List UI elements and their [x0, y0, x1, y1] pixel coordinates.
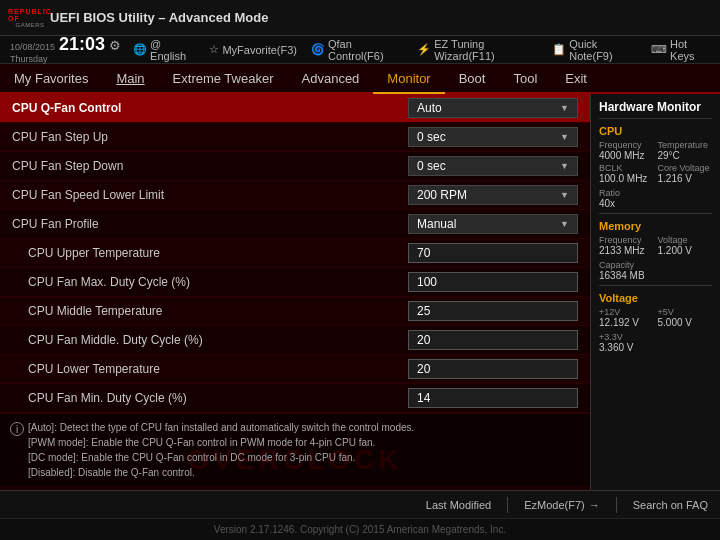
hw-cpu-grid: Frequency 4000 MHz Temperature 29°C BCLK… [599, 140, 712, 184]
input-upper-temp[interactable]: 70 [408, 243, 578, 263]
input-middle-duty[interactable]: 20 [408, 330, 578, 350]
quicknote-icon-item[interactable]: 📋 Quick Note(F9) [552, 38, 637, 62]
time-display: 21:03 [59, 34, 105, 55]
hotkeys-icon-item[interactable]: ⌨ Hot Keys [651, 38, 710, 62]
row-fan-step-up: CPU Fan Step Up 0 sec [0, 123, 590, 152]
hw-monitor-panel: Hardware Monitor CPU Frequency 4000 MHz … [590, 94, 720, 490]
left-panel: CPU Q-Fan Control Auto CPU Fan Step Up 0… [0, 94, 590, 490]
row-fan-step-down: CPU Fan Step Down 0 sec [0, 152, 590, 181]
row-max-duty: CPU Fan Max. Duty Cycle (%) 100 [0, 268, 590, 297]
hw-voltage-grid: +12V 12.192 V +5V 5.000 V [599, 307, 712, 328]
nav-advanced[interactable]: Advanced [288, 64, 374, 92]
bios-title: UEFI BIOS Utility – Advanced Mode [50, 10, 710, 25]
row-lower-temp: CPU Lower Temperature 20 [0, 355, 590, 384]
hw-memory-category: Memory [599, 220, 712, 232]
row-middle-duty: CPU Fan Middle. Duty Cycle (%) 20 [0, 326, 590, 355]
last-modified-btn[interactable]: Last Modified [426, 499, 491, 511]
bottom-bar: Last Modified EzMode(F7) → Search on FAQ [0, 490, 720, 518]
nav-monitor[interactable]: Monitor [373, 64, 444, 94]
dropdown-fan-profile[interactable]: Manual [408, 214, 578, 234]
nav-main[interactable]: Main [102, 64, 158, 92]
row-middle-temp: CPU Middle Temperature 25 [0, 297, 590, 326]
settings-icon[interactable]: ⚙ [109, 38, 121, 53]
info-icon: i [10, 422, 24, 436]
globe-icon: 🌐 [133, 43, 147, 56]
date-display: 10/08/2015 Thursday [10, 42, 55, 65]
hw-cpu-category: CPU [599, 125, 712, 137]
quick-access-bar: 🌐 @ English ☆ MyFavorite(F3) 🌀 Qfan Cont… [133, 38, 710, 62]
fan-icon: 🌀 [311, 43, 325, 56]
dropdown-fan-lower-limit[interactable]: 200 RPM [408, 185, 578, 205]
nav-favorites[interactable]: My Favorites [0, 64, 102, 92]
note-icon: 📋 [552, 43, 566, 56]
time-bar: 10/08/2015 Thursday 21:03 ⚙ 🌐 @ English … [0, 36, 720, 64]
footer-text: Version 2.17.1246. Copyright (C) 2015 Am… [214, 524, 506, 535]
info-line-4: [Disabled]: Disable the Q-Fan control. [28, 465, 580, 480]
dropdown-fan-step-down[interactable]: 0 sec [408, 156, 578, 176]
eztuning-icon-item[interactable]: ⚡ EZ Tuning Wizard(F11) [417, 38, 538, 62]
section-header-label: CPU Q-Fan Control [12, 101, 408, 115]
main-layout: CPU Q-Fan Control Auto CPU Fan Step Up 0… [0, 94, 720, 490]
info-box: i [Auto]: Detect the type of CPU fan ins… [0, 413, 590, 486]
nav-tool[interactable]: Tool [499, 64, 551, 92]
qfan-icon-item[interactable]: 🌀 Qfan Control(F6) [311, 38, 403, 62]
bottom-divider-1 [507, 497, 508, 513]
row-upper-temp: CPU Upper Temperature 70 [0, 239, 590, 268]
row-min-duty: CPU Fan Min. Duty Cycle (%) 14 [0, 384, 590, 413]
input-middle-temp[interactable]: 25 [408, 301, 578, 321]
section-header-dropdown[interactable]: Auto [408, 98, 578, 118]
ez-icon: ⚡ [417, 43, 431, 56]
rog-logo: REPUBLIC OF GAMERS [10, 4, 50, 32]
dropdown-fan-step-up[interactable]: 0 sec [408, 127, 578, 147]
hw-memory-grid: Frequency 2133 MHz Voltage 1.200 V [599, 235, 712, 256]
bottom-divider-2 [616, 497, 617, 513]
ez-arrow-icon: → [589, 499, 600, 511]
english-icon-item[interactable]: 🌐 @ English [133, 38, 195, 62]
nav-exit[interactable]: Exit [551, 64, 601, 92]
info-line-3: [DC mode]: Enable the CPU Q-Fan control … [28, 450, 580, 465]
title-bar: REPUBLIC OF GAMERS UEFI BIOS Utility – A… [0, 0, 720, 36]
input-max-duty[interactable]: 100 [408, 272, 578, 292]
info-line-2: [PWM mode]: Enable the CPU Q-Fan control… [28, 435, 580, 450]
nav-bar: My Favorites Main Extreme Tweaker Advanc… [0, 64, 720, 94]
info-line-1: [Auto]: Detect the type of CPU fan insta… [28, 420, 580, 435]
star-icon: ☆ [209, 43, 219, 56]
ez-mode-btn[interactable]: EzMode(F7) → [524, 499, 600, 511]
search-faq-btn[interactable]: Search on FAQ [633, 499, 708, 511]
footer: Version 2.17.1246. Copyright (C) 2015 Am… [0, 518, 720, 540]
myfavorite-icon-item[interactable]: ☆ MyFavorite(F3) [209, 43, 297, 56]
input-min-duty[interactable]: 14 [408, 388, 578, 408]
hw-monitor-title: Hardware Monitor [599, 100, 712, 114]
hw-voltage-category: Voltage [599, 292, 712, 304]
section-header-row[interactable]: CPU Q-Fan Control Auto [0, 94, 590, 123]
nav-extreme[interactable]: Extreme Tweaker [159, 64, 288, 92]
nav-boot[interactable]: Boot [445, 64, 500, 92]
row-fan-lower-limit: CPU Fan Speed Lower Limit 200 RPM [0, 181, 590, 210]
row-fan-profile: CPU Fan Profile Manual [0, 210, 590, 239]
input-lower-temp[interactable]: 20 [408, 359, 578, 379]
keyboard-icon: ⌨ [651, 43, 667, 56]
